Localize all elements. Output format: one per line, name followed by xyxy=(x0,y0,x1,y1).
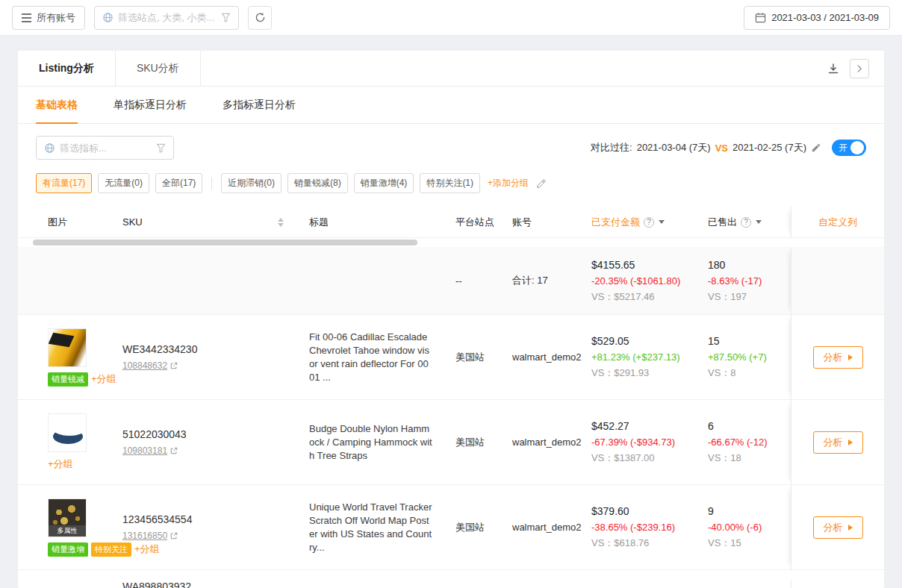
row-custom-cell: 分析 xyxy=(791,485,884,569)
chip-sales-surge[interactable]: 销量激增(4) xyxy=(354,173,414,193)
edit-pencil-icon[interactable] xyxy=(536,178,547,189)
row-site: 美国站 xyxy=(441,521,497,534)
row-account: walmart_demo2 xyxy=(497,351,576,363)
tag-sales-drop: 销量锐减 xyxy=(48,372,88,387)
listing-table: 图片 SKU 标题 平台站点 账号 已支付金额 已售出 自定义列 xyxy=(18,207,884,588)
site-filter-input[interactable] xyxy=(118,12,217,23)
sku-link[interactable]: 108848632 xyxy=(122,360,178,371)
add-group-link[interactable]: +分组 xyxy=(48,457,73,471)
row-sold-cell: 6 -66.67% (-12) VS：18 xyxy=(693,419,791,466)
compare-vs-label: VS xyxy=(715,143,728,154)
chip-sales-drop[interactable]: 销量锐减(8) xyxy=(287,173,348,193)
tag-row: 销量锐减 +分组 xyxy=(48,372,108,387)
row-title-cell: Budge Double Nylon Hammock / Camping Ham… xyxy=(294,422,441,463)
product-image[interactable]: 多属性 xyxy=(48,498,87,537)
all-accounts-button[interactable]: 所有账号 xyxy=(12,6,85,30)
paid-value: $529.05 xyxy=(591,334,693,349)
col-header-account: 账号 xyxy=(497,216,576,229)
subtab-single-metric-daily[interactable]: 单指标逐日分析 xyxy=(113,87,187,123)
sku-link-label: 108848632 xyxy=(122,360,167,371)
sort-icon[interactable] xyxy=(278,218,284,227)
col-header-sku-label: SKU xyxy=(122,216,143,228)
row-image-cell: 多属性 销量激增 特别关注 +分组 xyxy=(18,498,108,557)
chip-no-traffic[interactable]: 无流量(0) xyxy=(98,173,149,193)
row-title-cell: Unique World Travel Tracker Scratch Off … xyxy=(294,501,441,554)
collapse-panel-button[interactable] xyxy=(850,59,869,78)
sku-link[interactable]: 131616850 xyxy=(122,531,178,541)
col-header-paid[interactable]: 已支付金额 xyxy=(576,216,693,229)
indicator-filter-input[interactable] xyxy=(60,143,134,154)
filter-funnel-icon[interactable] xyxy=(221,13,231,22)
hammock-art xyxy=(55,425,84,436)
paid-value: $452.27 xyxy=(591,419,693,434)
tag-row: +分组 xyxy=(48,457,108,471)
refresh-button[interactable] xyxy=(248,6,272,30)
col-header-image: 图片 xyxy=(18,216,108,229)
caret-down-icon[interactable] xyxy=(659,220,665,224)
sku-value: 51022030043 xyxy=(122,428,294,440)
chip-slow-moving[interactable]: 近期滞销(0) xyxy=(221,173,282,193)
col-header-custom[interactable]: 自定义列 xyxy=(791,207,884,237)
tab-sku-analysis[interactable]: SKU分析 xyxy=(116,51,201,86)
download-button[interactable] xyxy=(827,63,839,75)
row-custom-cell: 分析 xyxy=(791,315,884,399)
subtab-multi-metric-daily[interactable]: 多指标逐日分析 xyxy=(223,87,296,123)
product-image[interactable] xyxy=(48,413,87,452)
sku-value: WA898803932 xyxy=(122,581,294,588)
col-header-site-label: 平台站点 xyxy=(455,216,494,229)
add-group-link[interactable]: +分组 xyxy=(91,372,116,386)
caret-down-icon[interactable] xyxy=(756,220,762,224)
row-sku-cell: 123456534554 131616850 xyxy=(108,513,294,541)
paid-change: -67.39% (-$934.73) xyxy=(591,434,693,450)
chip-all[interactable]: 全部(17) xyxy=(155,173,202,193)
product-title: Unique World Travel Tracker Scratch Off … xyxy=(309,501,441,554)
paid-value: $379.60 xyxy=(591,504,693,519)
sold-vs: VS：18 xyxy=(708,450,791,466)
date-range-picker[interactable]: 2021-03-03 / 2021-03-09 xyxy=(744,6,890,30)
sold-vs: VS：15 xyxy=(708,535,791,551)
summary-paid-change: -20.35% (-$1061.80) xyxy=(591,273,693,289)
chip-has-traffic[interactable]: 有流量(17) xyxy=(36,173,92,193)
external-link-icon xyxy=(170,532,178,539)
row-sold-cell: 9 -40.00% (-6) VS：15 xyxy=(693,504,791,551)
sku-link-label: 109803181 xyxy=(122,445,167,456)
scrollbar-thumb[interactable] xyxy=(33,240,417,245)
col-header-image-label: 图片 xyxy=(48,216,67,229)
filter-funnel-icon[interactable] xyxy=(156,143,166,153)
edit-pencil-icon[interactable] xyxy=(811,143,821,153)
add-group-link[interactable]: +分组 xyxy=(134,542,160,556)
chip-special-watch[interactable]: 特别关注(1) xyxy=(420,173,480,193)
compare-period-a[interactable]: 2021-03-04 (7天) xyxy=(637,141,711,154)
add-group-button[interactable]: +添加分组 xyxy=(486,174,530,193)
col-header-title-label: 标题 xyxy=(309,216,329,229)
subtab-basic-table[interactable]: 基础表格 xyxy=(36,87,78,123)
sku-link[interactable]: 109803181 xyxy=(122,445,178,456)
analyze-button[interactable]: 分析 xyxy=(813,516,863,539)
col-header-sold[interactable]: 已售出 xyxy=(693,216,791,229)
menu-icon xyxy=(22,13,31,22)
paid-vs: VS：$291.93 xyxy=(591,365,693,381)
tab-listing-analysis[interactable]: Listing分析 xyxy=(18,51,116,86)
topbar: 所有账号 2021-03-03 / 2021-03-09 xyxy=(0,0,902,36)
compare-period-b[interactable]: 2021-02-25 (7天) xyxy=(733,141,806,154)
product-image[interactable] xyxy=(48,328,87,367)
help-icon[interactable] xyxy=(741,217,751,228)
analyze-button[interactable]: 分析 xyxy=(813,431,863,454)
row-sku-cell: 51022030043 109803181 xyxy=(108,428,294,456)
sold-change: -66.67% (-12) xyxy=(708,434,791,450)
row-account: walmart_demo2 xyxy=(497,437,576,448)
sold-value: 6 xyxy=(708,419,791,434)
globe-icon xyxy=(102,12,113,23)
compare-toggle[interactable]: 开 xyxy=(832,140,866,156)
help-icon[interactable] xyxy=(644,217,654,228)
product-title: Budge Double Nylon Hammock / Camping Ham… xyxy=(309,422,441,463)
col-header-sku[interactable]: SKU xyxy=(108,216,294,228)
paid-vs: VS：$1387.00 xyxy=(591,450,693,466)
horizontal-scrollbar xyxy=(18,238,884,247)
product-title: Fit 00-06 Cadillac Escalade Chevrolet Ta… xyxy=(309,331,441,384)
table-header-row: 图片 SKU 标题 平台站点 账号 已支付金额 已售出 自定义列 xyxy=(18,207,884,238)
row-image-cell: +分组 xyxy=(18,413,108,471)
table-row: WA898803932 xyxy=(18,569,884,588)
analyze-button[interactable]: 分析 xyxy=(813,346,863,369)
summary-paid-cell: $4155.65 -20.35% (-$1061.80) VS：$5217.46 xyxy=(576,257,693,304)
